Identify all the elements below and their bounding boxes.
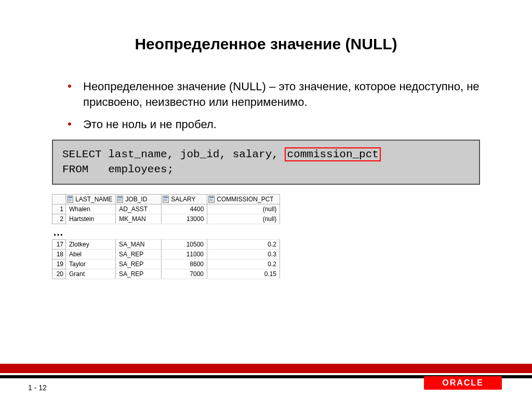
column-icon [208, 196, 215, 203]
table-row: 20 Grant SA_REP 7000 0.15 [52, 269, 280, 279]
cell: 0.2 [207, 259, 280, 269]
cell: Whalen [66, 204, 116, 214]
column-label: COMMISSION_PCT [217, 196, 273, 203]
code-text: FROM employees; [62, 163, 174, 175]
footer-bar-red [0, 364, 532, 373]
cell: SA_REP [116, 269, 162, 279]
rownum-cell: 17 [52, 239, 66, 249]
result-area: LAST_NAME JOB_ID SALARY COMMISSION_PCT 1… [52, 194, 480, 279]
cell: 7000 [162, 269, 207, 279]
cell: Abel [66, 249, 116, 259]
table-row: 1 Whalen AD_ASST 4400 (null) [52, 204, 280, 214]
cell: 0.3 [207, 249, 280, 259]
cell: (null) [207, 204, 280, 214]
table-row: 18 Abel SA_REP 11000 0.3 [52, 249, 280, 259]
cell: Grant [66, 269, 116, 279]
column-icon [163, 196, 169, 203]
bullet-item: Это не ноль и не пробел. [62, 117, 480, 132]
ellipsis: … [52, 224, 480, 239]
table-row: 19 Taylor SA_REP 8600 0.2 [52, 259, 280, 269]
rownum-cell: 2 [52, 214, 66, 224]
code-text: SELECT last_name, job_id, salary, [62, 148, 285, 160]
result-table-bottom: 17 Zlotkey SA_MAN 10500 0.2 18 Abel SA_R… [52, 239, 280, 279]
cell: AD_ASST [116, 204, 162, 214]
column-header: JOB_ID [116, 194, 162, 204]
slide-number: 1 - 12 [28, 383, 47, 392]
rownum-cell: 1 [52, 204, 66, 214]
column-label: SALARY [171, 196, 195, 203]
column-header: SALARY [162, 194, 207, 204]
result-table-top: LAST_NAME JOB_ID SALARY COMMISSION_PCT 1… [52, 194, 280, 224]
cell: 11000 [162, 249, 207, 259]
cell: 0.2 [207, 239, 280, 249]
cell: 0.15 [207, 269, 280, 279]
page-title: Неопределенное значение (NULL) [0, 0, 532, 79]
cell: Zlotkey [66, 239, 116, 249]
cell: 10500 [162, 239, 207, 249]
cell: 4400 [162, 204, 207, 214]
bullet-item: Неопределенное значение (NULL) – это зна… [62, 79, 480, 109]
code-highlight: commission_pct [285, 147, 380, 161]
column-label: LAST_NAME [75, 196, 112, 203]
rownum-cell: 18 [52, 249, 66, 259]
cell: (null) [207, 214, 280, 224]
cell: Hartstein [66, 214, 116, 224]
oracle-logo: ORACLE [424, 376, 502, 390]
cell: SA_REP [116, 259, 162, 269]
table-row: 17 Zlotkey SA_MAN 10500 0.2 [52, 239, 280, 249]
cell: MK_MAN [116, 214, 162, 224]
rownum-cell: 19 [52, 259, 66, 269]
column-header: COMMISSION_PCT [207, 194, 280, 204]
bullet-list: Неопределенное значение (NULL) – это зна… [52, 79, 480, 132]
column-icon [117, 196, 123, 203]
column-header: LAST_NAME [66, 194, 116, 204]
cell: SA_REP [116, 249, 162, 259]
cell: 8600 [162, 259, 207, 269]
rownum-cell: 20 [52, 269, 66, 279]
content-area: Неопределенное значение (NULL) – это зна… [0, 79, 532, 279]
cell: 13000 [162, 214, 207, 224]
sql-code-block: SELECT last_name, job_id, salary, commis… [52, 140, 480, 185]
cell: Taylor [66, 259, 116, 269]
table-row: 2 Hartstein MK_MAN 13000 (null) [52, 214, 280, 224]
cell: SA_MAN [116, 239, 162, 249]
column-icon [67, 196, 73, 203]
rownum-header [52, 194, 66, 204]
slide: Неопределенное значение (NULL) Неопредел… [0, 0, 532, 398]
column-label: JOB_ID [125, 196, 147, 203]
